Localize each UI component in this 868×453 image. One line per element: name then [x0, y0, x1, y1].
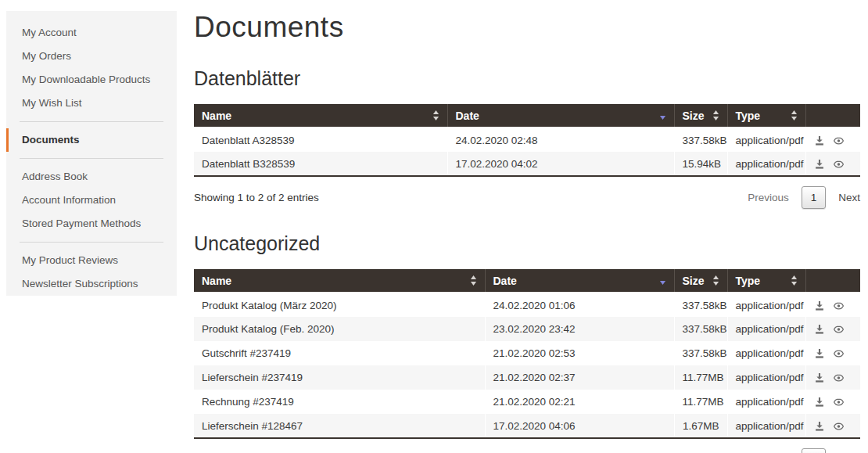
table-row: Datenblatt B328539 17.02.2020 04:02 15.9… — [194, 152, 860, 176]
sort-desc-icon — [659, 275, 666, 286]
column-label: Size — [683, 275, 705, 287]
column-label: Date — [493, 275, 517, 287]
page-number-button[interactable]: 1 — [802, 186, 827, 209]
pagination: Previous 1 Next — [748, 186, 860, 209]
sort-arrows-icon — [712, 110, 719, 120]
previous-button[interactable]: Previous — [748, 192, 789, 203]
download-icon[interactable] — [814, 348, 825, 359]
eye-icon[interactable] — [833, 348, 845, 359]
download-icon[interactable] — [814, 135, 825, 146]
column-header-actions — [805, 104, 860, 128]
doc-name: Lieferschein #128467 — [194, 414, 485, 438]
doc-name: Datenblatt B328539 — [194, 152, 447, 176]
sidebar-item-newsletter-subscriptions[interactable]: Newsletter Subscriptions — [6, 272, 177, 296]
sort-arrows-icon — [791, 275, 798, 286]
sort-arrows-icon — [470, 275, 477, 286]
column-header-type[interactable]: Type — [727, 104, 805, 128]
showing-entries-text: Showing 1 to 2 of 2 entries — [194, 192, 319, 203]
sidebar-item-documents[interactable]: Documents — [6, 128, 177, 152]
doc-type: application/pdf — [727, 128, 805, 152]
table-row: Lieferschein #128467 17.02.2020 04:06 1.… — [194, 414, 860, 438]
doc-date: 24.02.2020 01:06 — [485, 293, 674, 317]
column-header-size[interactable]: Size — [674, 104, 727, 128]
column-label: Size — [683, 110, 705, 122]
column-label: Date — [456, 110, 479, 122]
sidebar-item-my-product-reviews[interactable]: My Product Reviews — [6, 249, 177, 272]
column-header-type[interactable]: Type — [727, 269, 805, 293]
column-header-size[interactable]: Size — [674, 269, 727, 293]
doc-type: application/pdf — [727, 293, 805, 317]
download-icon[interactable] — [814, 159, 825, 170]
pagination: Previous 1 Next — [748, 448, 860, 453]
table-row: Rechnung #237419 21.02.2020 02:21 11.77M… — [194, 390, 860, 414]
doc-date: 21.02.2020 02:21 — [485, 390, 674, 414]
documents-page: Documents Datenblätter Name Date — [194, 0, 860, 453]
table-header-row: Name Date Size — [194, 104, 860, 128]
doc-date: 23.02.2020 23:42 — [485, 317, 674, 341]
sidebar-item-account-information[interactable]: Account Information — [6, 189, 177, 212]
doc-size: 337.58kB — [674, 341, 727, 365]
doc-size: 11.77MB — [674, 390, 727, 414]
doc-type: application/pdf — [727, 390, 805, 414]
column-header-name[interactable]: Name — [194, 269, 485, 293]
eye-icon[interactable] — [833, 421, 845, 432]
doc-date: 17.02.2020 04:06 — [485, 414, 674, 438]
eye-icon[interactable] — [833, 397, 845, 408]
sidebar-item-stored-payment-methods[interactable]: Stored Payment Methods — [6, 212, 177, 235]
sort-arrows-icon — [712, 275, 719, 286]
sort-arrows-icon — [432, 110, 439, 120]
table-row: Lieferschein #237419 21.02.2020 02:37 11… — [194, 365, 860, 390]
eye-icon[interactable] — [833, 135, 845, 146]
uncategorized-table: Name Date Size — [194, 269, 860, 439]
column-label: Type — [736, 275, 761, 287]
download-icon[interactable] — [814, 421, 825, 432]
sidebar-item-my-wish-list[interactable]: My Wish List — [6, 92, 177, 115]
sidebar-divider — [20, 158, 163, 159]
doc-type: application/pdf — [727, 341, 805, 365]
section-title-uncategorized: Uncategorized — [194, 232, 860, 256]
eye-icon[interactable] — [833, 324, 845, 335]
table-row: Datenblatt A328539 24.02.2020 02:48 337.… — [194, 128, 860, 152]
column-header-date[interactable]: Date — [447, 104, 674, 128]
doc-size: 337.58kB — [674, 317, 727, 341]
page-number-button[interactable]: 1 — [802, 448, 827, 453]
doc-name: Gutschrift #237419 — [194, 341, 485, 365]
sidebar-divider — [20, 121, 163, 122]
sidebar-item-my-account[interactable]: My Account — [6, 21, 177, 45]
account-sidebar: My Account My Orders My Downloadable Pro… — [6, 11, 177, 296]
table-row: Produkt Katalog (März 2020) 24.02.2020 0… — [194, 293, 860, 317]
doc-date: 21.02.2020 02:37 — [485, 365, 674, 390]
sidebar-item-my-orders[interactable]: My Orders — [6, 45, 177, 68]
eye-icon[interactable] — [833, 372, 845, 383]
column-label: Type — [736, 110, 761, 122]
doc-type: application/pdf — [727, 365, 805, 390]
download-icon[interactable] — [814, 372, 825, 383]
sidebar-item-my-downloadable-products[interactable]: My Downloadable Products — [6, 68, 177, 92]
doc-name: Produkt Katalog (März 2020) — [194, 293, 485, 317]
download-icon[interactable] — [814, 397, 825, 408]
sort-desc-icon — [659, 110, 666, 120]
sidebar-item-address-book[interactable]: Address Book — [6, 165, 177, 189]
column-header-date[interactable]: Date — [485, 269, 674, 293]
doc-size: 337.58kB — [674, 293, 727, 317]
datenblaetter-table: Name Date Size — [194, 104, 860, 177]
column-label: Name — [202, 110, 231, 122]
next-button[interactable]: Next — [838, 192, 860, 203]
download-icon[interactable] — [814, 300, 825, 311]
doc-size: 15.94kB — [674, 152, 727, 176]
doc-date: 21.02.2020 02:53 — [485, 341, 674, 365]
sort-arrows-icon — [791, 110, 798, 120]
doc-date: 24.02.2020 02:48 — [447, 128, 674, 152]
section-title-datenblaetter: Datenblätter — [194, 67, 860, 91]
doc-date: 17.02.2020 04:02 — [447, 152, 674, 176]
column-label: Name — [202, 275, 231, 287]
doc-size: 337.58kB — [674, 128, 727, 152]
eye-icon[interactable] — [833, 300, 845, 311]
eye-icon[interactable] — [833, 159, 845, 170]
doc-name: Produkt Katalog (Feb. 2020) — [194, 317, 485, 341]
download-icon[interactable] — [814, 324, 825, 335]
doc-name: Datenblatt A328539 — [194, 128, 447, 152]
column-header-name[interactable]: Name — [194, 104, 447, 128]
sidebar-divider — [20, 242, 163, 243]
table-header-row: Name Date Size — [194, 269, 860, 293]
